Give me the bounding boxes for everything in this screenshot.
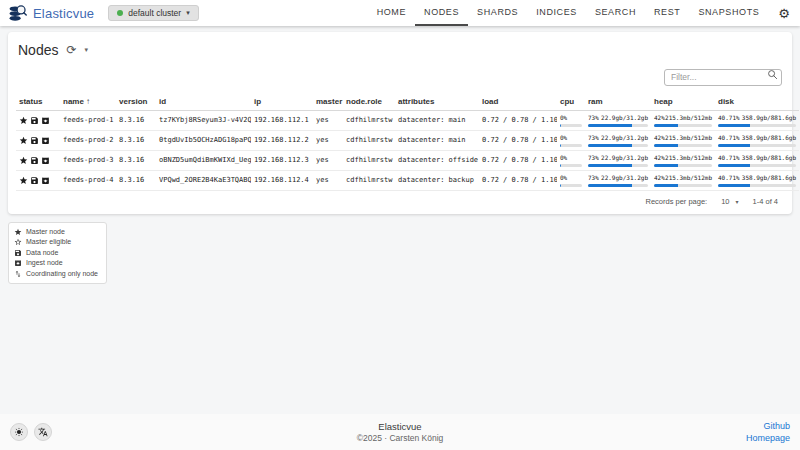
node-heap: 42%215.3mb/512mb [651, 130, 715, 150]
node-disk: 40.71%358.9gb/881.6gb [715, 110, 799, 130]
node-version: 8.3.16 [116, 150, 156, 170]
col-heap[interactable]: heap [651, 94, 715, 111]
node-id: 0tgdUvIb5OCHzADG18paPQ [156, 130, 251, 150]
tab-search[interactable]: SEARCH [586, 0, 645, 26]
node-attributes: datacenter: backup [395, 170, 479, 190]
master-node-star-icon [19, 156, 28, 165]
node-name: feeds-prod-1 [60, 110, 116, 130]
main-nav: HOME NODES SHARDS INDICES SEARCH REST SN… [368, 0, 790, 26]
filter-box [664, 66, 782, 86]
star-filled-icon [14, 228, 22, 236]
col-ram[interactable]: ram [585, 94, 651, 111]
ram-progressbar [588, 124, 648, 127]
app-title: Elasticvue [33, 6, 94, 21]
table-row[interactable]: feeds-prod-4 8.3.16 VPQwd_2ORE2B4KaE3TQA… [16, 170, 799, 190]
heap-progressbar [654, 124, 712, 127]
col-status[interactable]: status [16, 94, 60, 111]
node-id: oBNZD5umQdiBmKWIXd_Ueg [156, 150, 251, 170]
table-row[interactable]: feeds-prod-3 8.3.16 oBNZD5umQdiBmKWIXd_U… [16, 150, 799, 170]
col-master[interactable]: master [313, 94, 343, 111]
col-version[interactable]: version [116, 94, 156, 111]
node-role: cdfhilmrstw [343, 130, 395, 150]
star-outline-icon [14, 238, 22, 246]
node-attributes: datacenter: main [395, 110, 479, 130]
table-row[interactable]: feeds-prod-2 8.3.16 0tgdUvIb5OCHzADG18pa… [16, 130, 799, 150]
node-master: yes [313, 130, 343, 150]
tab-nodes[interactable]: NODES [415, 0, 468, 26]
app-logo[interactable]: Elasticvue [8, 4, 94, 23]
tab-snapshots[interactable]: SNAPSHOTS [689, 0, 768, 26]
disk-progressbar [718, 124, 796, 127]
ingest-node-archive-icon [41, 116, 50, 125]
node-heap: 42%215.3mb/512mb [651, 170, 715, 190]
col-attributes[interactable]: attributes [395, 94, 479, 111]
node-attributes: datacenter: offside [395, 150, 479, 170]
cpu-progressbar [560, 164, 582, 167]
ingest-node-archive-icon [41, 136, 50, 145]
node-ram: 73%22.9gb/31.2gb [585, 110, 651, 130]
col-ip[interactable]: ip [251, 94, 313, 111]
data-node-floppy-icon [30, 176, 39, 185]
homepage-link[interactable]: Homepage [746, 432, 790, 444]
theme-toggle-button[interactable] [10, 423, 28, 441]
node-disk: 40.71%358.9gb/881.6gb [715, 150, 799, 170]
legend-item-ingest-node: Ingest node [14, 258, 98, 269]
github-link[interactable]: Github [746, 420, 790, 432]
master-node-star-icon [19, 136, 28, 145]
footer-copyright: ©2025 · Carsten König [0, 433, 800, 443]
node-load: 0.72 / 0.78 / 1.10 [479, 110, 557, 130]
disk-progressbar [718, 164, 796, 167]
ram-progressbar [588, 144, 648, 147]
floppy-icon [14, 249, 22, 257]
tab-home[interactable]: HOME [368, 0, 415, 26]
col-disk[interactable]: disk [715, 94, 799, 111]
master-node-star-icon [19, 116, 28, 125]
refresh-icon[interactable]: ⟳ [66, 44, 76, 56]
translate-icon [38, 427, 48, 437]
footer-app-name: Elasticvue [0, 421, 800, 432]
col-cpu[interactable]: cpu [557, 94, 585, 111]
heap-progressbar [654, 184, 712, 187]
node-legend: Master node Master eligible Data node In… [8, 222, 107, 285]
table-row[interactable]: feeds-prod-1 8.3.16 tz7KYbj8RSeyum3J-v4V… [16, 110, 799, 130]
node-master: yes [313, 170, 343, 190]
node-ip: 192.168.112.4 [251, 170, 313, 190]
node-name: feeds-prod-3 [60, 150, 116, 170]
col-node-role[interactable]: node.role [343, 94, 395, 111]
ram-progressbar [588, 164, 648, 167]
cluster-selector-button[interactable]: default cluster ▾ [108, 5, 198, 21]
node-cpu: 0% [557, 110, 585, 130]
node-cpu: 0% [557, 130, 585, 150]
col-name[interactable]: name↑ [60, 94, 116, 111]
filter-input[interactable] [664, 69, 782, 86]
heap-progressbar [654, 144, 712, 147]
cluster-health-dot [117, 10, 123, 16]
node-ip: 192.168.112.2 [251, 130, 313, 150]
records-per-page-select[interactable]: 10 ▾ [721, 197, 738, 206]
table-pagination: Records per page: 10 ▾ 1-4 of 4 [16, 191, 784, 212]
nodes-card: Nodes ⟳ ▾ status name↑ version id ip ma [8, 32, 792, 214]
data-node-floppy-icon [30, 136, 39, 145]
refresh-dropdown-caret-icon[interactable]: ▾ [85, 46, 89, 54]
page-title: Nodes [18, 42, 58, 58]
col-load[interactable]: load [479, 94, 557, 111]
legend-item-coordinating: Coordinating only node [14, 269, 98, 280]
data-node-floppy-icon [30, 116, 39, 125]
node-ip: 192.168.112.3 [251, 150, 313, 170]
node-version: 8.3.16 [116, 130, 156, 150]
page-footer: Elasticvue ©2025 · Carsten König Github … [0, 414, 800, 450]
col-id[interactable]: id [156, 94, 251, 111]
ingest-node-archive-icon [41, 176, 50, 185]
sort-asc-icon: ↑ [86, 97, 90, 106]
master-node-star-icon [19, 176, 28, 185]
node-role: cdfhilmrstw [343, 170, 395, 190]
cpu-progressbar [560, 144, 582, 147]
settings-gear-icon[interactable]: ⚙ [778, 7, 790, 20]
tab-shards[interactable]: SHARDS [468, 0, 527, 26]
tab-rest[interactable]: REST [645, 0, 689, 26]
tab-indices[interactable]: INDICES [527, 0, 586, 26]
legend-item-master: Master node [14, 227, 98, 238]
node-heap: 42%215.3mb/512mb [651, 150, 715, 170]
legend-item-master-eligible: Master eligible [14, 237, 98, 248]
language-button[interactable] [34, 423, 52, 441]
